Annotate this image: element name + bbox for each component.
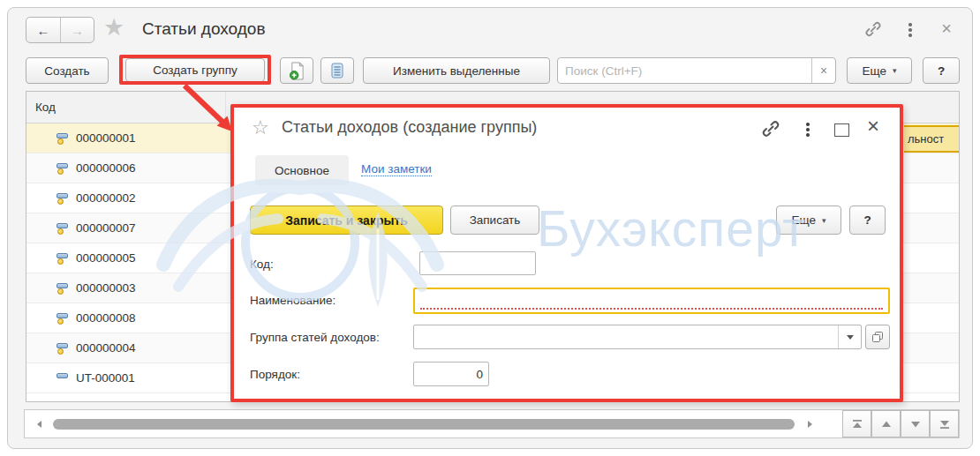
more-button[interactable]: Еще▾ [847,57,912,84]
triangle-up-bar-icon [851,419,863,430]
catalog-item-plain-icon [57,372,71,385]
dialog-help-button[interactable]: ? [849,206,886,235]
open-in-window-icon [871,330,885,344]
scroll-left-arrow-icon[interactable] [35,420,44,429]
scroll-top-button[interactable] [842,410,871,437]
order-field[interactable] [413,362,489,386]
close-icon: × [941,19,952,39]
screenshot-root: ← → ★ Статьи доходов × Создать Создать г… [0,0,980,456]
window-close-button[interactable]: × [937,19,956,38]
search-input[interactable] [558,58,811,83]
dialog-get-link-button[interactable] [760,118,781,139]
catalog-item-icon [57,192,71,205]
code-field[interactable] [419,251,536,275]
dialog-menu-button[interactable] [806,123,810,137]
list-view-button[interactable] [320,57,354,84]
catalog-item-icon [57,282,71,295]
get-link-button[interactable] [863,19,884,40]
row-code: UT-000001 [76,371,135,385]
clear-x-icon: × [820,64,827,78]
annotation-highlight-box [119,55,271,85]
save-and-close-button[interactable]: Записать и закрыть [250,206,443,235]
dropdown-arrow-icon [847,335,854,340]
favorite-star-icon[interactable]: ★ [103,16,124,40]
row-code: 000000008 [76,311,136,325]
group-open-button[interactable] [865,325,890,349]
catalog-item-icon [57,252,71,265]
scroll-right-arrow-icon[interactable] [805,420,814,429]
tab-moi-zametki[interactable]: Мои заметки [361,162,432,176]
dialog-title: Статьи доходов (создание группы) [282,118,537,137]
selected-row-current-cell[interactable]: льност [904,125,959,153]
document-add-icon [289,62,305,80]
scroll-up-button[interactable] [871,410,901,437]
chevron-down-icon: ▾ [893,66,897,75]
row-code: 000000001 [76,131,136,145]
window-menu-button[interactable] [908,23,912,37]
table-footer [24,409,960,438]
catalog-item-icon [57,132,71,145]
triangle-down-icon [909,419,922,430]
create-button[interactable]: Создать [26,57,109,84]
catalog-item-icon [57,312,71,325]
catalog-item-icon [57,342,71,355]
triangle-up-icon [880,419,893,430]
group-dropdown-button[interactable] [838,325,861,348]
page-title: Статьи доходов [142,19,265,39]
row-code: 000000003 [76,281,136,295]
forward-button[interactable]: → [60,18,94,42]
kebab-menu-icon [806,123,810,126]
list-icon [329,62,345,79]
row-code: 000000006 [76,161,136,175]
catalog-item-icon [57,222,71,235]
code-label: Код: [250,251,274,276]
back-arrow-icon: ← [37,23,50,38]
catalog-item-icon [57,162,71,175]
close-icon: × [867,114,879,138]
group-label: Группа статей доходов: [250,325,380,349]
tab-osnovnoe[interactable]: Основное [255,155,349,185]
edit-selected-button[interactable]: Изменить выделенные [363,57,550,84]
name-label: Наименование: [250,288,335,312]
row-code: 000000007 [76,221,136,235]
search-box: × [557,57,836,84]
create-group-dialog: ☆ Статьи доходов (создание группы) × Осн… [230,104,903,402]
app-window: ← → ★ Статьи доходов × Создать Создать г… [7,7,973,449]
dialog-favorite-star-icon[interactable]: ☆ [252,116,269,139]
back-button[interactable]: ← [26,18,60,42]
link-chain-icon [760,118,781,139]
link-chain-icon [863,19,883,39]
row-code: 000000002 [76,191,136,205]
order-label: Порядок: [250,362,300,386]
help-button[interactable]: ? [923,57,960,84]
chevron-down-icon: ▾ [822,216,826,225]
forward-arrow-icon: → [71,23,84,38]
scroll-bottom-button[interactable] [930,410,959,437]
scroll-down-button[interactable] [901,410,930,437]
create-new-element-button[interactable] [280,57,313,84]
group-combo [413,325,862,349]
kebab-menu-icon [908,23,912,26]
h-scrollbar-thumb[interactable] [53,419,795,430]
search-clear-button[interactable]: × [811,58,835,83]
group-field[interactable] [414,325,838,348]
triangle-down-bar-icon [939,419,951,430]
dialog-more-button[interactable]: Еще▾ [776,206,841,235]
name-field-wrap [413,288,890,314]
name-field[interactable] [415,289,888,312]
save-button[interactable]: Записать [450,206,539,235]
row-code: 000000004 [76,341,136,355]
dialog-close-button[interactable]: × [863,116,884,137]
row-code: 000000005 [76,251,136,265]
dialog-maximize-button[interactable] [834,123,849,137]
history-nav: ← → [26,17,94,43]
